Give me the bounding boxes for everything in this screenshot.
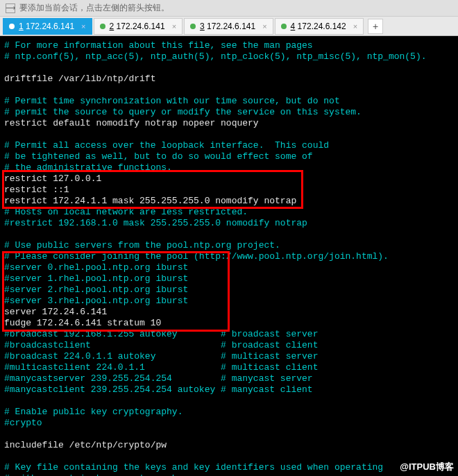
tab-bar: 1 172.24.6.141×2 172.24.6.141×3 172.24.6… [0,17,458,36]
config-line: # Enable public key cryptography. [4,407,454,418]
config-line: # Hosts on local network are less restri… [4,207,454,218]
config-line [4,396,454,407]
config-line [4,451,454,462]
config-line: driftfile /var/lib/ntp/drift [4,74,454,85]
watermark: @ITPUB博客 [400,461,454,473]
status-dot-icon [100,24,105,29]
config-line: # the administrative functions. [4,162,454,173]
config-line: server 172.24.6.141 [4,307,454,318]
hint-arrow-icon[interactable]: ⟶ [6,3,15,13]
tab-label: 1 172.24.6.141 [19,22,74,31]
hint-text: 要添加当前会话，点击左侧的箭头按钮。 [19,2,169,14]
config-line [4,62,454,74]
hint-bar: ⟶ 要添加当前会话，点击左侧的箭头按钮。 [0,0,458,17]
config-line: # Please consider joining the pool (http… [4,251,454,262]
add-tab-button[interactable]: + [368,19,383,34]
config-line: #server 2.rhel.pool.ntp.org iburst [4,284,454,296]
config-line: #broadcastclient # broadcast client [4,340,454,351]
close-icon[interactable]: × [172,22,176,31]
tab-label: 3 172.24.6.141 [200,22,255,31]
config-line: #server 0.rhel.pool.ntp.org iburst [4,262,454,273]
config-line: #broadcast 224.0.1.1 autokey # multicast… [4,351,454,362]
config-line: # be tightened as well, but to do so wou… [4,151,454,162]
close-icon[interactable]: × [262,22,266,31]
config-line [4,429,454,440]
config-line: # Permit all access over the loopback in… [4,140,454,151]
session-tab-2[interactable]: 2 172.24.6.141× [94,18,183,35]
config-line [4,85,454,96]
status-dot-icon [281,24,287,29]
close-icon[interactable]: × [353,22,357,31]
config-line: fudge 172.24.6.141 stratum 10 [4,318,454,329]
config-line [4,129,454,140]
config-line: #manycastserver 239.255.254.254 # manyca… [4,373,454,384]
config-line [4,229,454,240]
status-dot-icon [190,24,196,29]
config-line: restrict 172.24.1.1 mask 255.255.255.0 n… [4,196,454,207]
config-line: # ntp.conf(5), ntp_acc(5), ntp_auth(5), … [4,51,454,62]
session-tab-3[interactable]: 3 172.24.6.141× [184,18,273,35]
config-line: includefile /etc/ntp/crypto/pw [4,440,454,451]
config-line: #restrict 192.168.1.0 mask 255.255.255.0… [4,218,454,229]
config-line: #server 1.rhel.pool.ntp.org iburst [4,273,454,284]
session-tab-4[interactable]: 4 172.24.6.142× [275,18,364,35]
config-line: restrict default nomodify notrap nopeer … [4,118,454,129]
config-line: # with symmetric key cryptography. [4,473,454,476]
tab-label: 4 172.24.6.142 [291,22,346,31]
config-line: #manycastclient 239.255.254.254 autokey … [4,384,454,396]
config-line: # Key file containing the keys and key i… [4,462,454,473]
config-line: # Use public servers from the pool.ntp.o… [4,240,454,251]
config-line: restrict 127.0.0.1 [4,173,454,185]
config-line: # Permit time synchronization with our t… [4,96,454,107]
status-dot-icon [9,24,15,29]
config-line: #multicastclient 224.0.1.1 # multicast c… [4,362,454,373]
config-line: #broadcast 192.168.1.255 autokey # broad… [4,329,454,340]
config-line: # permit the source to query or modify t… [4,107,454,118]
terminal-content[interactable]: # For more information about this file, … [0,36,458,476]
config-line: restrict ::1 [4,185,454,196]
close-icon[interactable]: × [81,22,85,31]
config-line: #crypto [4,418,454,429]
config-line: #server 3.rhel.pool.ntp.org iburst [4,296,454,307]
config-line: # For more information about this file, … [4,40,454,51]
tab-label: 2 172.24.6.141 [110,22,165,31]
session-tab-1[interactable]: 1 172.24.6.141× [3,18,92,35]
